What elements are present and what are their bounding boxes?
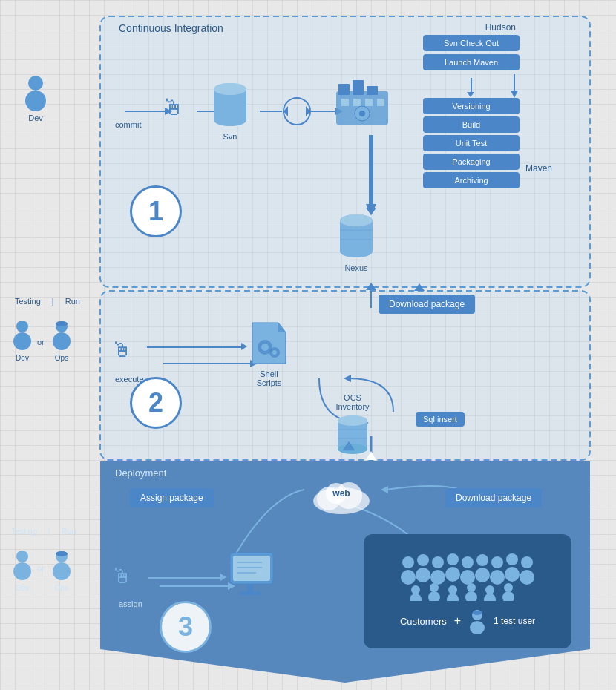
svg-point-103 bbox=[410, 594, 422, 601]
svg-point-107 bbox=[447, 594, 459, 601]
svg-point-91 bbox=[445, 567, 460, 582]
svg-point-90 bbox=[447, 553, 459, 565]
commit-label: commit bbox=[115, 120, 141, 129]
maven-box: Versioning Build Unit Test Packaging Arc… bbox=[423, 98, 520, 188]
svg-point-61 bbox=[272, 350, 277, 355]
svg-rect-37 bbox=[353, 80, 364, 95]
maven-build: Build bbox=[423, 116, 520, 133]
computer-icon bbox=[226, 549, 282, 607]
download-package-btn-1[interactable]: Download package bbox=[379, 295, 475, 314]
svg-point-75 bbox=[53, 562, 71, 580]
svg-point-29 bbox=[28, 76, 43, 91]
svg-point-112 bbox=[504, 583, 513, 592]
svg-point-102 bbox=[411, 585, 420, 594]
svg-marker-18 bbox=[366, 283, 376, 290]
svg-point-47 bbox=[340, 246, 373, 257]
svg-point-51 bbox=[16, 321, 28, 332]
svg-point-73 bbox=[13, 562, 31, 580]
svg-marker-28 bbox=[381, 486, 388, 493]
or-label-bot: or bbox=[37, 564, 45, 573]
svg-point-44 bbox=[359, 111, 365, 116]
svg-rect-79 bbox=[247, 584, 253, 591]
svg-marker-4 bbox=[511, 91, 518, 98]
svg-point-108 bbox=[467, 583, 476, 592]
shell-scripts-node: Shell Scripts bbox=[249, 319, 289, 387]
svg-point-106 bbox=[448, 585, 457, 594]
svg-point-54 bbox=[53, 332, 71, 350]
svg-point-96 bbox=[491, 556, 503, 568]
svg-point-105 bbox=[428, 591, 440, 601]
maven-label: Maven bbox=[525, 163, 552, 174]
factory-icon bbox=[332, 73, 392, 134]
circle-2: 2 bbox=[130, 377, 182, 429]
svg-point-10 bbox=[284, 98, 310, 125]
maven-versioning: Versioning bbox=[423, 98, 520, 114]
svg-rect-41 bbox=[365, 99, 373, 106]
svg-point-100 bbox=[521, 556, 533, 568]
svg-point-111 bbox=[484, 594, 496, 601]
svg-point-110 bbox=[485, 585, 494, 594]
svg-rect-38 bbox=[367, 86, 378, 95]
svg-rect-55 bbox=[56, 321, 68, 326]
svg-point-59 bbox=[261, 344, 269, 351]
assign-package-btn[interactable]: Assign package bbox=[130, 488, 214, 507]
section3-label: Deployment bbox=[115, 467, 166, 479]
svg-rect-80 bbox=[240, 591, 261, 595]
svg-point-30 bbox=[25, 91, 46, 111]
customers-box: Customers + 1 test user bbox=[364, 534, 571, 648]
mouse-icon-bot: 🖱 bbox=[111, 564, 132, 588]
svg-point-86 bbox=[417, 554, 429, 566]
svg-point-34 bbox=[214, 83, 246, 95]
launch-maven-btn[interactable]: Launch Maven bbox=[423, 54, 520, 70]
circle-3: 3 bbox=[160, 601, 212, 653]
svg-point-92 bbox=[462, 556, 474, 568]
dev-figure-bot: Dev bbox=[11, 549, 33, 592]
maven-packaging: Packaging bbox=[423, 154, 520, 170]
customers-label: Customers bbox=[400, 616, 447, 627]
svg-rect-39 bbox=[341, 99, 349, 106]
section1-label: Continuous Integration bbox=[119, 22, 223, 34]
svg-point-93 bbox=[460, 570, 475, 585]
svg-point-95 bbox=[475, 568, 490, 582]
svg-marker-11 bbox=[306, 106, 310, 116]
svg-point-115 bbox=[470, 621, 485, 634]
svn-checkout-btn[interactable]: Svn Check Out bbox=[423, 35, 520, 51]
or-label-mid: or bbox=[37, 338, 45, 346]
svg-point-97 bbox=[490, 570, 505, 585]
ops-figure-mid: Ops bbox=[50, 319, 73, 362]
svn-node: Svn bbox=[212, 80, 249, 141]
svg-point-94 bbox=[476, 554, 488, 566]
hudson-box: Hudson Svn Check Out Launch Maven bbox=[423, 22, 520, 70]
dev-figure-top: Dev bbox=[22, 74, 49, 122]
svg-point-101 bbox=[520, 570, 534, 585]
test-user-label: 1 test user bbox=[494, 616, 535, 626]
svg-point-65 bbox=[338, 415, 367, 426]
mouse-icon-top: 🖱 bbox=[162, 95, 184, 120]
svg-marker-12 bbox=[284, 106, 288, 116]
svg-point-109 bbox=[465, 591, 477, 601]
svg-rect-40 bbox=[353, 99, 361, 106]
testing-run-label-3: Testing | Run bbox=[11, 527, 76, 536]
svg-rect-76 bbox=[56, 551, 68, 556]
svg-point-84 bbox=[402, 556, 414, 568]
maven-unit-test: Unit Test bbox=[423, 135, 520, 151]
sql-insert-label: Sql insert bbox=[416, 412, 465, 427]
circle-1: 1 bbox=[130, 185, 182, 237]
svg-point-48 bbox=[340, 214, 373, 226]
ops-figure-bot: Ops bbox=[50, 549, 73, 592]
svg-point-89 bbox=[430, 570, 445, 585]
svg-point-113 bbox=[502, 591, 514, 601]
svg-point-88 bbox=[432, 556, 444, 568]
svg-rect-116 bbox=[473, 611, 482, 615]
svg-point-33 bbox=[214, 114, 246, 126]
svg-rect-36 bbox=[338, 84, 350, 95]
assign-label: assign bbox=[119, 599, 142, 608]
svg-point-85 bbox=[401, 570, 416, 585]
dev-figure-mid: Dev bbox=[11, 319, 33, 362]
web-node: web bbox=[308, 475, 375, 518]
svg-point-99 bbox=[505, 567, 520, 582]
mouse-icon-mid: 🖱 bbox=[111, 338, 132, 362]
svg-point-52 bbox=[13, 332, 31, 350]
hudson-label: Hudson bbox=[423, 22, 516, 33]
download-package-btn-2[interactable]: Download package bbox=[445, 488, 542, 507]
